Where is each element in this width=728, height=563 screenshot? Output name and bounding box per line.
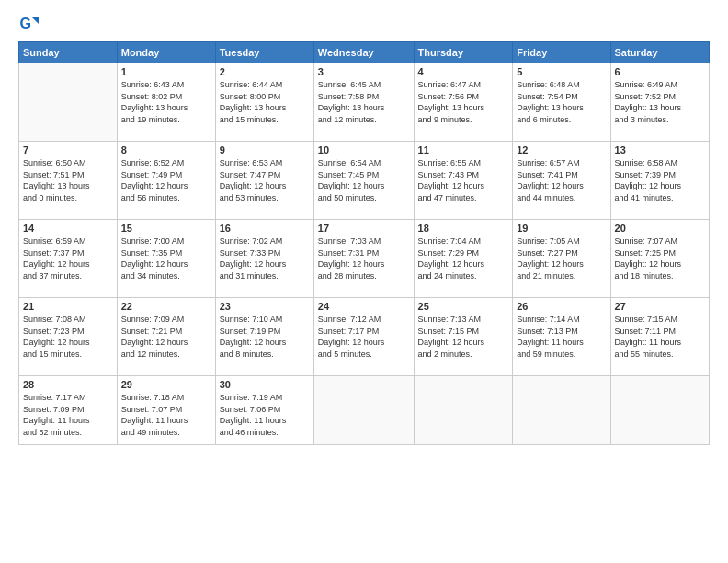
day-number: 16: [220, 223, 310, 234]
day-info: Sunrise: 6:43 AM Sunset: 8:02 PM Dayligh…: [121, 79, 211, 125]
day-info: Sunrise: 7:15 AM Sunset: 7:11 PM Dayligh…: [615, 314, 705, 360]
day-cell: 14Sunrise: 6:59 AM Sunset: 7:37 PM Dayli…: [19, 220, 118, 298]
day-cell: 28Sunrise: 7:17 AM Sunset: 7:09 PM Dayli…: [19, 376, 118, 445]
col-header-monday: Monday: [117, 42, 215, 63]
day-number: 3: [318, 66, 410, 77]
col-header-wednesday: Wednesday: [313, 42, 414, 63]
day-number: 21: [23, 301, 113, 312]
day-cell: 3Sunrise: 6:45 AM Sunset: 7:58 PM Daylig…: [313, 63, 414, 142]
week-row-3: 14Sunrise: 6:59 AM Sunset: 7:37 PM Dayli…: [19, 220, 710, 298]
day-cell: 6Sunrise: 6:49 AM Sunset: 7:52 PM Daylig…: [610, 63, 709, 142]
day-cell: 12Sunrise: 6:57 AM Sunset: 7:41 PM Dayli…: [513, 142, 610, 220]
week-row-4: 21Sunrise: 7:08 AM Sunset: 7:23 PM Dayli…: [19, 298, 710, 376]
day-number: 15: [121, 223, 211, 234]
day-info: Sunrise: 6:59 AM Sunset: 7:37 PM Dayligh…: [23, 236, 113, 282]
day-cell: [313, 376, 414, 445]
logo: G: [18, 14, 42, 34]
day-cell: 29Sunrise: 7:18 AM Sunset: 7:07 PM Dayli…: [117, 376, 215, 445]
day-info: Sunrise: 6:55 AM Sunset: 7:43 PM Dayligh…: [418, 157, 509, 203]
svg-marker-1: [32, 17, 39, 24]
day-number: 2: [220, 66, 310, 77]
day-number: 17: [318, 223, 410, 234]
day-cell: 26Sunrise: 7:14 AM Sunset: 7:13 PM Dayli…: [513, 298, 610, 376]
day-number: 29: [121, 379, 211, 390]
day-cell: 25Sunrise: 7:13 AM Sunset: 7:15 PM Dayli…: [414, 298, 513, 376]
col-header-tuesday: Tuesday: [215, 42, 313, 63]
day-info: Sunrise: 6:57 AM Sunset: 7:41 PM Dayligh…: [517, 157, 606, 203]
day-number: 5: [517, 66, 606, 77]
day-cell: [610, 376, 709, 445]
day-cell: 16Sunrise: 7:02 AM Sunset: 7:33 PM Dayli…: [215, 220, 313, 298]
day-cell: 11Sunrise: 6:55 AM Sunset: 7:43 PM Dayli…: [414, 142, 513, 220]
week-row-2: 7Sunrise: 6:50 AM Sunset: 7:51 PM Daylig…: [19, 142, 710, 220]
day-info: Sunrise: 7:02 AM Sunset: 7:33 PM Dayligh…: [220, 236, 310, 282]
day-info: Sunrise: 6:50 AM Sunset: 7:51 PM Dayligh…: [23, 157, 113, 203]
day-cell: 18Sunrise: 7:04 AM Sunset: 7:29 PM Dayli…: [414, 220, 513, 298]
svg-text:G: G: [19, 15, 31, 31]
day-cell: [414, 376, 513, 445]
day-number: 20: [615, 223, 705, 234]
day-number: 7: [23, 144, 113, 155]
calendar-page: G SundayMondayTuesdayWednesdayThursdayFr…: [0, 0, 728, 563]
day-cell: [19, 63, 118, 142]
day-cell: 22Sunrise: 7:09 AM Sunset: 7:21 PM Dayli…: [117, 298, 215, 376]
day-info: Sunrise: 7:10 AM Sunset: 7:19 PM Dayligh…: [220, 314, 310, 360]
day-cell: 24Sunrise: 7:12 AM Sunset: 7:17 PM Dayli…: [313, 298, 414, 376]
day-cell: 19Sunrise: 7:05 AM Sunset: 7:27 PM Dayli…: [513, 220, 610, 298]
day-info: Sunrise: 6:58 AM Sunset: 7:39 PM Dayligh…: [615, 157, 705, 203]
day-cell: 1Sunrise: 6:43 AM Sunset: 8:02 PM Daylig…: [117, 63, 215, 142]
day-number: 30: [220, 379, 310, 390]
day-number: 28: [23, 379, 113, 390]
day-number: 4: [418, 66, 509, 77]
day-cell: 10Sunrise: 6:54 AM Sunset: 7:45 PM Dayli…: [313, 142, 414, 220]
logo-icon: G: [18, 14, 39, 34]
day-cell: 9Sunrise: 6:53 AM Sunset: 7:47 PM Daylig…: [215, 142, 313, 220]
day-info: Sunrise: 7:13 AM Sunset: 7:15 PM Dayligh…: [418, 314, 509, 360]
day-info: Sunrise: 7:08 AM Sunset: 7:23 PM Dayligh…: [23, 314, 113, 360]
week-row-5: 28Sunrise: 7:17 AM Sunset: 7:09 PM Dayli…: [19, 376, 710, 445]
day-cell: 13Sunrise: 6:58 AM Sunset: 7:39 PM Dayli…: [610, 142, 709, 220]
day-cell: 30Sunrise: 7:19 AM Sunset: 7:06 PM Dayli…: [215, 376, 313, 445]
day-info: Sunrise: 7:07 AM Sunset: 7:25 PM Dayligh…: [615, 236, 705, 282]
day-cell: 7Sunrise: 6:50 AM Sunset: 7:51 PM Daylig…: [19, 142, 118, 220]
calendar-header-row: SundayMondayTuesdayWednesdayThursdayFrid…: [19, 42, 710, 63]
day-number: 27: [615, 301, 705, 312]
day-cell: 17Sunrise: 7:03 AM Sunset: 7:31 PM Dayli…: [313, 220, 414, 298]
day-cell: 2Sunrise: 6:44 AM Sunset: 8:00 PM Daylig…: [215, 63, 313, 142]
day-info: Sunrise: 7:09 AM Sunset: 7:21 PM Dayligh…: [121, 314, 211, 360]
day-cell: 15Sunrise: 7:00 AM Sunset: 7:35 PM Dayli…: [117, 220, 215, 298]
day-info: Sunrise: 7:00 AM Sunset: 7:35 PM Dayligh…: [121, 236, 211, 282]
day-info: Sunrise: 6:45 AM Sunset: 7:58 PM Dayligh…: [318, 79, 410, 125]
day-info: Sunrise: 7:18 AM Sunset: 7:07 PM Dayligh…: [121, 392, 211, 438]
day-cell: 5Sunrise: 6:48 AM Sunset: 7:54 PM Daylig…: [513, 63, 610, 142]
col-header-thursday: Thursday: [414, 42, 513, 63]
day-number: 23: [220, 301, 310, 312]
day-cell: 20Sunrise: 7:07 AM Sunset: 7:25 PM Dayli…: [610, 220, 709, 298]
calendar-table: SundayMondayTuesdayWednesdayThursdayFrid…: [18, 41, 710, 445]
day-number: 12: [517, 144, 606, 155]
day-info: Sunrise: 7:04 AM Sunset: 7:29 PM Dayligh…: [418, 236, 509, 282]
day-number: 25: [418, 301, 509, 312]
day-info: Sunrise: 6:49 AM Sunset: 7:52 PM Dayligh…: [615, 79, 705, 125]
day-number: 14: [23, 223, 113, 234]
col-header-sunday: Sunday: [19, 42, 118, 63]
header: G: [18, 14, 710, 34]
day-number: 1: [121, 66, 211, 77]
day-cell: 23Sunrise: 7:10 AM Sunset: 7:19 PM Dayli…: [215, 298, 313, 376]
day-number: 22: [121, 301, 211, 312]
day-info: Sunrise: 7:14 AM Sunset: 7:13 PM Dayligh…: [517, 314, 606, 360]
day-info: Sunrise: 7:19 AM Sunset: 7:06 PM Dayligh…: [220, 392, 310, 438]
day-number: 6: [615, 66, 705, 77]
col-header-friday: Friday: [513, 42, 610, 63]
day-number: 18: [418, 223, 509, 234]
day-number: 26: [517, 301, 606, 312]
day-info: Sunrise: 6:53 AM Sunset: 7:47 PM Dayligh…: [220, 157, 310, 203]
day-info: Sunrise: 6:54 AM Sunset: 7:45 PM Dayligh…: [318, 157, 410, 203]
week-row-1: 1Sunrise: 6:43 AM Sunset: 8:02 PM Daylig…: [19, 63, 710, 142]
day-number: 8: [121, 144, 211, 155]
day-number: 19: [517, 223, 606, 234]
day-info: Sunrise: 6:44 AM Sunset: 8:00 PM Dayligh…: [220, 79, 310, 125]
day-info: Sunrise: 6:52 AM Sunset: 7:49 PM Dayligh…: [121, 157, 211, 203]
day-info: Sunrise: 6:47 AM Sunset: 7:56 PM Dayligh…: [418, 79, 509, 125]
day-cell: 8Sunrise: 6:52 AM Sunset: 7:49 PM Daylig…: [117, 142, 215, 220]
